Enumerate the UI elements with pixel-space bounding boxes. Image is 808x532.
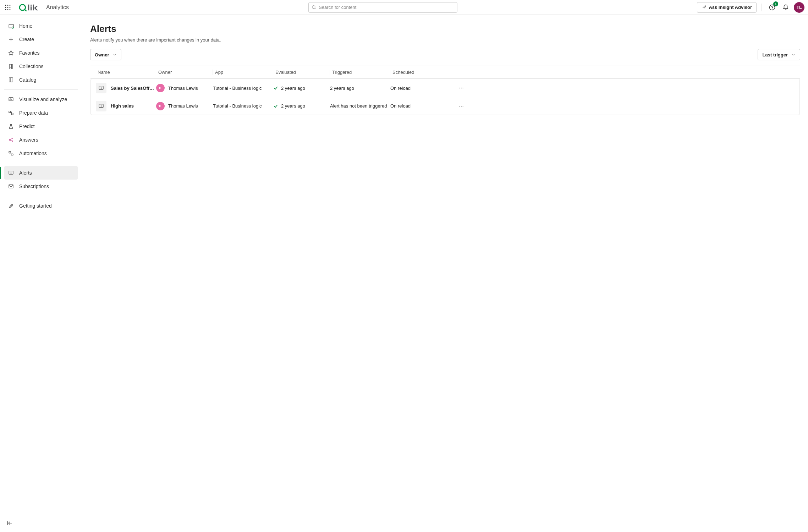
- divider: [4, 163, 78, 163]
- table-header: Name Owner App Evaluated Triggered Sched…: [90, 66, 800, 79]
- sidebar: Home Create Favorites Collections Catalo…: [0, 15, 82, 532]
- sidebar-item-predict[interactable]: Predict: [4, 120, 78, 133]
- svg-line-31: [10, 139, 12, 140]
- cell-evaluated: 2 years ago: [281, 103, 305, 109]
- row-actions-button[interactable]: [447, 85, 476, 91]
- topbar: Analytics Ask Insight Advisor 1 TL: [0, 0, 808, 15]
- svg-rect-34: [11, 154, 13, 155]
- alert-icon: [96, 83, 106, 93]
- table-row[interactable]: High sales TL Thomas Lewis Tutorial - Bu…: [91, 97, 799, 115]
- svg-point-14: [312, 5, 315, 8]
- cell-app: Tutorial - Business logic: [213, 86, 273, 91]
- svg-point-4: [7, 7, 9, 8]
- svg-point-44: [101, 88, 101, 89]
- sidebar-item-getting-started[interactable]: Getting started: [4, 199, 78, 213]
- sidebar-item-label: Getting started: [19, 203, 52, 209]
- svg-point-5: [10, 7, 11, 8]
- svg-rect-12: [31, 6, 32, 10]
- row-actions-button[interactable]: [447, 103, 476, 109]
- col-triggered[interactable]: Triggered: [330, 70, 390, 75]
- sidebar-item-label: Create: [19, 37, 34, 42]
- svg-point-53: [463, 105, 463, 106]
- sidebar-item-label: Visualize and analyze: [19, 97, 67, 102]
- alert-icon: [8, 170, 14, 176]
- svg-point-0: [5, 5, 6, 6]
- divider: [762, 4, 762, 11]
- page-title: Alerts: [90, 23, 800, 34]
- user-avatar[interactable]: TL: [794, 2, 804, 13]
- sidebar-item-label: Alerts: [19, 170, 32, 176]
- ask-insight-advisor-button[interactable]: Ask Insight Advisor: [697, 2, 757, 13]
- check-icon: [273, 86, 278, 91]
- check-icon: [273, 104, 278, 109]
- qlik-logo[interactable]: [18, 4, 41, 11]
- col-owner[interactable]: Owner: [156, 70, 213, 75]
- sidebar-item-answers[interactable]: Answers: [4, 133, 78, 147]
- svg-point-2: [10, 5, 11, 6]
- svg-rect-38: [9, 185, 13, 188]
- svg-point-29: [12, 138, 13, 139]
- owner-filter-dropdown[interactable]: Owner: [90, 49, 121, 60]
- svg-rect-27: [11, 113, 13, 115]
- svg-point-3: [5, 7, 6, 8]
- sidebar-item-label: Answers: [19, 137, 38, 143]
- search-icon: [312, 5, 317, 10]
- main-content: Alerts Alerts notify you when there are …: [82, 15, 808, 532]
- sidebar-item-prepare[interactable]: Prepare data: [4, 106, 78, 120]
- svg-line-10: [24, 9, 27, 11]
- catalog-icon: [8, 77, 14, 83]
- cell-app: Tutorial - Business logic: [213, 103, 273, 109]
- svg-marker-22: [9, 50, 13, 55]
- sidebar-item-subscriptions[interactable]: Subscriptions: [4, 180, 78, 193]
- svg-point-51: [459, 105, 460, 106]
- search-input[interactable]: [319, 5, 454, 10]
- brand-subtitle: Analytics: [46, 4, 69, 11]
- owner-avatar: TL: [156, 84, 165, 92]
- cell-scheduled: On reload: [390, 103, 447, 109]
- sort-label: Last trigger: [762, 52, 788, 57]
- answers-icon: [8, 137, 14, 143]
- sidebar-item-alerts[interactable]: Alerts: [4, 166, 78, 180]
- collapse-sidebar-button[interactable]: [6, 520, 15, 528]
- app-launcher-button[interactable]: [4, 3, 12, 12]
- cell-triggered: 2 years ago: [330, 86, 390, 91]
- sidebar-item-visualize[interactable]: Visualize and analyze: [4, 93, 78, 106]
- table-row[interactable]: Sales by SalesOff… TL Thomas Lewis Tutor…: [91, 79, 799, 97]
- ask-insight-label: Ask Insight Advisor: [709, 5, 752, 10]
- svg-point-37: [11, 173, 11, 174]
- sidebar-item-label: Home: [19, 23, 32, 29]
- cell-evaluated: 2 years ago: [281, 86, 305, 91]
- svg-point-30: [12, 141, 13, 142]
- more-icon: [458, 103, 464, 109]
- col-app[interactable]: App: [213, 70, 273, 75]
- sidebar-item-home[interactable]: Home: [4, 19, 78, 33]
- svg-point-50: [101, 106, 101, 107]
- alerts-table: Name Owner App Evaluated Triggered Sched…: [90, 65, 800, 115]
- sidebar-item-label: Favorites: [19, 50, 40, 56]
- sidebar-item-collections[interactable]: Collections: [4, 60, 78, 73]
- sidebar-item-catalog[interactable]: Catalog: [4, 73, 78, 87]
- notifications-button[interactable]: [780, 2, 791, 13]
- help-badge: 1: [773, 1, 778, 6]
- help-button[interactable]: 1: [767, 2, 777, 13]
- col-evaluated[interactable]: Evaluated: [273, 70, 330, 75]
- rocket-icon: [8, 203, 14, 209]
- sidebar-item-favorites[interactable]: Favorites: [4, 46, 78, 60]
- mail-icon: [8, 183, 14, 190]
- svg-point-8: [10, 9, 11, 10]
- sidebar-item-create[interactable]: Create: [4, 33, 78, 46]
- svg-point-52: [461, 105, 462, 106]
- cell-owner: Thomas Lewis: [168, 103, 198, 109]
- sidebar-item-automations[interactable]: Automations: [4, 147, 78, 160]
- alert-icon: [96, 101, 106, 111]
- col-scheduled[interactable]: Scheduled: [390, 70, 447, 75]
- divider: [4, 89, 78, 90]
- col-name[interactable]: Name: [95, 70, 156, 75]
- sort-dropdown[interactable]: Last trigger: [758, 49, 800, 60]
- sidebar-item-label: Collections: [19, 64, 43, 69]
- svg-point-1: [7, 5, 9, 6]
- global-search[interactable]: [308, 2, 457, 13]
- automation-icon: [8, 150, 14, 157]
- plus-icon: [8, 36, 14, 43]
- col-actions: [447, 70, 475, 75]
